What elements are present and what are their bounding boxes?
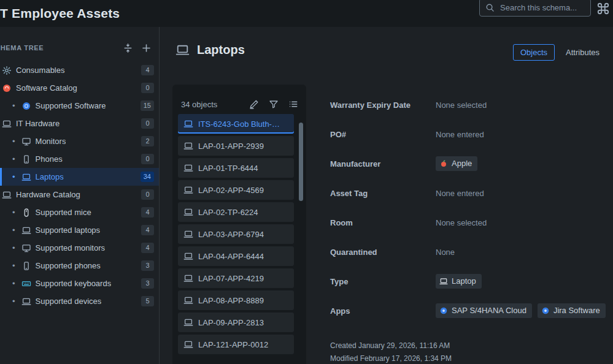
tab-objects[interactable]: Objects: [513, 44, 555, 61]
sidebar-item-it-hardware[interactable]: IT Hardware 0: [0, 115, 159, 132]
field-asset-tag: Asset Tag None entered: [330, 188, 607, 218]
sidebar-item-monitors[interactable]: Monitors 2: [0, 132, 159, 150]
sidebar-item-consumables[interactable]: Consumables 4: [0, 61, 159, 79]
gear-icon: [2, 66, 12, 75]
object-row[interactable]: LAP-04-APP-6444: [178, 246, 294, 266]
search-input[interactable]: [499, 2, 585, 13]
tag-label: SAP S/4HANA Cloud: [452, 305, 526, 316]
laptop-icon: [183, 185, 193, 195]
object-row[interactable]: LAP-02-APP-4569: [178, 180, 294, 200]
field-label: PO#: [330, 129, 436, 140]
sidebar-item-label: Supported keyboards: [36, 279, 112, 288]
sidebar-item-label: Supported mice: [36, 208, 91, 217]
object-label: ITS-6243-Gob Bluth-…: [198, 119, 280, 129]
laptop-icon: [21, 297, 31, 306]
sidebar-item-label: Monitors: [36, 137, 66, 146]
object-label: LAP-03-APP-6794: [198, 230, 264, 239]
sidebar-item-supported-monitors[interactable]: Supported monitors 4: [0, 239, 159, 257]
object-row[interactable]: LAP-01-APP-2939: [178, 136, 294, 156]
laptop-icon: [183, 251, 193, 261]
object-list-panel: 34 objects ITS-6243-Gob Bluth-… LAP-01-A…: [172, 85, 306, 364]
page-title: IT Employee Assets: [0, 6, 120, 21]
field-value: None selected: [436, 100, 487, 111]
laptop-icon: [21, 172, 31, 182]
laptop-icon: [175, 43, 190, 57]
field-label: Asset Tag: [330, 188, 436, 199]
count-badge: 4: [141, 225, 154, 235]
count-badge: 4: [141, 243, 154, 253]
red-disc-icon: [2, 83, 12, 93]
list-view-icon[interactable]: [288, 99, 298, 109]
sidebar-item-label: Laptops: [36, 172, 64, 181]
tab-attributes[interactable]: Attributes: [558, 44, 607, 61]
app-tag-jira[interactable]: Jira Software: [538, 303, 606, 318]
schema-tree-sidebar: SCHEMA TREE Consumables 4 Software Catal…: [0, 27, 160, 364]
app-tag-sap[interactable]: SAP S/4HANA Cloud: [436, 303, 532, 318]
top-header-bar: IT Employee Assets: [0, 0, 613, 27]
field-label: Quarantined: [330, 247, 436, 258]
tag-label: Apple: [452, 158, 472, 169]
field-value: None entered: [436, 129, 484, 140]
sidebar-item-supported-keyboards[interactable]: Supported keyboards 3: [0, 275, 159, 292]
filter-icon[interactable]: [269, 99, 279, 109]
sidebar-item-phones[interactable]: Phones 0: [0, 150, 159, 168]
schema-tree: Consumables 4 Software Catalog 0 Support…: [0, 61, 159, 310]
count-badge: 4: [141, 207, 154, 218]
field-label: Room: [330, 218, 436, 229]
tag-label: Jira Software: [553, 305, 600, 316]
object-list-toolbar: 34 objects: [172, 85, 306, 110]
field-label: Apps: [330, 306, 436, 317]
sidebar-item-laptops[interactable]: Laptops 34: [0, 168, 159, 186]
sidebar-item-supported-software[interactable]: Supported Software 15: [0, 97, 159, 115]
sidebar-item-supported-phones[interactable]: Supported phones 3: [0, 257, 159, 275]
sidebar-item-software-catalog[interactable]: Software Catalog 0: [0, 79, 159, 97]
object-row[interactable]: LAP-08-APP-8889: [178, 290, 294, 310]
blue-disc-icon: [21, 101, 31, 111]
object-label: LAP-09-APP-2813: [198, 318, 264, 327]
schema-search[interactable]: [479, 0, 591, 17]
count-badge: 3: [141, 278, 154, 289]
manufacturer-tag[interactable]: Apple: [436, 156, 477, 171]
object-label: LAP-07-APP-4219: [198, 274, 264, 283]
object-row[interactable]: ITS-6243-Gob Bluth-…: [178, 114, 294, 134]
count-badge: 4: [141, 65, 154, 75]
object-label: LAP-04-APP-6444: [198, 252, 264, 261]
sidebar-item-hardware-catalog[interactable]: Hardware Catalog 0: [0, 186, 159, 203]
phone-icon: [21, 154, 31, 164]
sidebar-item-supported-devices[interactable]: Supported devices 5: [0, 292, 159, 310]
object-row[interactable]: LAP-03-APP-6794: [178, 224, 294, 244]
object-row[interactable]: LAP-02-TP-6224: [178, 202, 294, 222]
type-tag[interactable]: Laptop: [436, 274, 482, 289]
collapse-all-icon[interactable]: [123, 43, 133, 53]
field-room: Room None selected: [330, 218, 607, 247]
object-count: 34 objects: [181, 100, 217, 109]
count-badge: 5: [141, 296, 154, 306]
count-badge: 0: [141, 83, 154, 93]
field-quarantined: Quarantined None: [330, 247, 607, 276]
field-manufacturer: Manufacturer Apple: [330, 159, 607, 188]
object-row[interactable]: LAP-09-APP-2813: [178, 313, 294, 332]
object-row[interactable]: LAP-07-APP-4219: [178, 268, 294, 288]
object-list: ITS-6243-Gob Bluth-… LAP-01-APP-2939 LAP…: [172, 110, 306, 354]
laptop-icon: [2, 119, 12, 129]
object-row[interactable]: LAP-121-APP-0012: [178, 335, 294, 354]
plus-icon[interactable]: [141, 43, 152, 53]
command-icon[interactable]: [596, 2, 610, 15]
laptop-icon: [183, 119, 193, 129]
sidebar-item-label: Supported phones: [36, 261, 101, 270]
count-badge: 15: [141, 100, 154, 111]
object-row[interactable]: LAP-01-TP-6444: [178, 158, 294, 178]
laptop-icon: [183, 273, 193, 283]
field-po-number: PO# None entered: [330, 129, 607, 159]
laptop-icon: [183, 141, 193, 151]
sidebar-item-label: Supported devices: [36, 297, 102, 306]
list-scrollbar[interactable]: [299, 123, 303, 201]
tag-label: Laptop: [452, 276, 476, 287]
object-label: LAP-02-TP-6224: [198, 208, 258, 217]
count-badge: 0: [141, 154, 154, 164]
created-timestamp: Created January 29, 2026, 11:16 AM: [330, 340, 607, 352]
sidebar-item-supported-laptops[interactable]: Supported laptops 4: [0, 221, 159, 239]
count-badge: 0: [141, 118, 154, 129]
bulk-edit-icon[interactable]: [249, 99, 259, 109]
sidebar-item-supported-mice[interactable]: Supported mice 4: [0, 203, 159, 221]
